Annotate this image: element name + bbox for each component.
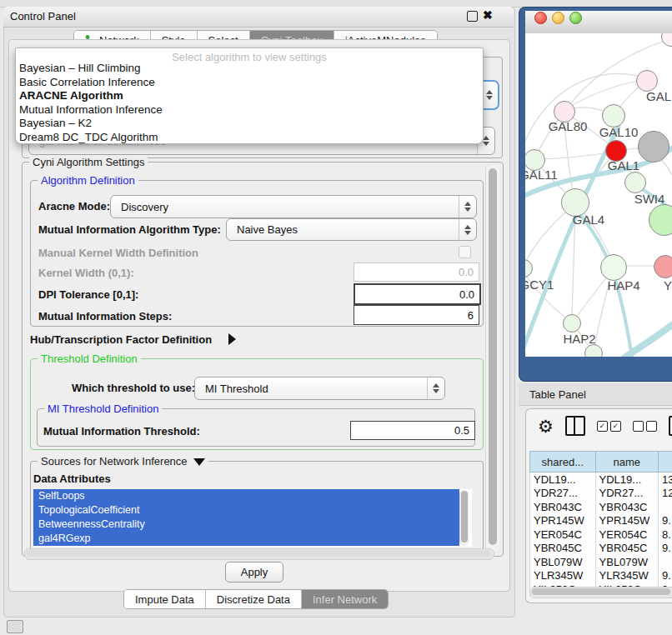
table-panel: ⚙ ✓✓ shared...nameYDL19...YDL19...13YDR2… [525,408,672,603]
dpi-tolerance-field[interactable]: 0.0 [354,283,481,305]
settings-scrollbar[interactable] [485,165,499,552]
attribute-gal4rgexp[interactable]: gal4RGexp [33,532,459,546]
dpi-tolerance-label: DPI Tolerance [0,1]: [38,288,138,301]
dropdown-placeholder: Select algorithm to view settings [16,48,483,62]
tab-impute-data[interactable]: Impute Data [124,590,206,608]
table-row[interactable]: YER054CYER054C8. [530,528,672,542]
mi-steps-label: Mutual Information Steps: [38,310,172,322]
node-hap2[interactable] [563,314,581,332]
sources-group-title: Sources for Network Inference [38,455,208,468]
mac-zoom-button[interactable] [569,12,582,24]
mi-steps-field[interactable]: 6 [354,305,479,325]
aracne-mode-label: Aracne Mode: [38,200,110,212]
node-unlabeled[interactable] [584,344,603,357]
select-all-checks-icon[interactable]: ✓✓ [597,421,621,432]
kernel-width-field[interactable]: 0.0 [354,262,479,282]
kernel-width-label: Kernel Width (0,1): [38,267,134,279]
node-label-swi4: SWI4 [634,192,665,206]
combobox-stepper-icon[interactable] [459,219,476,240]
app-root: Control Panel ✖ NetworkStyleSelectCyni T… [0,0,672,635]
network-canvas[interactable]: GALGAL80GAL10GAL1GAL11SWI4GAL4GCY1HAP4YH… [525,33,672,357]
node-label-y: Y [664,278,672,292]
dropdown-item-basic-correlation-inference[interactable]: Basic Correlation Inference [16,76,483,90]
manual-kernel-checkbox[interactable] [459,246,471,258]
threshold-definition-title: Threshold Definition [38,352,141,365]
node-label-gal11: GAL11 [525,168,558,182]
mac-close-button[interactable] [534,12,547,24]
algorithm-dropdown: Select algorithm to view settings Bayesi… [15,48,484,144]
node-label-gal80: GAL80 [549,119,588,133]
hub-section-label: Hub/Transcription Factor Definition [30,333,212,346]
table-header-row: shared...name [530,452,672,472]
node-label-gal10: GAL10 [599,125,639,139]
aracne-mode-combobox[interactable]: Discovery [110,195,477,218]
close-icon[interactable]: ✖ [483,8,493,22]
float-window-icon[interactable] [467,11,478,22]
node-label-gal4: GAL4 [573,212,604,227]
algorithm-definition-title: Algorithm Definition [38,174,138,187]
table-row[interactable]: YBL079WYBL079W [530,555,672,569]
node-gal10[interactable] [602,104,625,128]
table-panel-title: Table Panel [529,388,586,401]
table-row[interactable]: YDR27...YDR27...12 [530,487,672,501]
attribute-list: SelfLoopsTopologicalCoefficientBetweenne… [33,489,472,547]
data-attributes-label: Data Attributes [33,472,111,485]
mi-threshold-field[interactable]: 0.5 [350,421,475,440]
split-columns-icon[interactable] [565,416,585,436]
network-window-titlebar[interactable] [525,11,672,34]
tab-discretize-data[interactable]: Discretize Data [206,590,302,608]
collapse-down-icon[interactable] [193,458,205,466]
node-table: shared...nameYDL19...YDL19...13YDR27...Y… [529,451,672,597]
node-swi4[interactable] [624,172,646,193]
expand-right-icon[interactable] [228,333,236,345]
which-threshold-label: Which threshold to use: [72,382,195,394]
tab-infer-network[interactable]: Infer Network [302,590,388,608]
node-label-gal: GAL [646,89,671,103]
dropdown-item-mutual-information-inference[interactable]: Mutual Information Inference [16,103,483,118]
minimized-panel-icon[interactable] [7,620,23,633]
dropdown-item-bayesian-k2[interactable]: Bayesian – K2 [16,117,483,131]
table-row[interactable]: YPR145WYPR145W9. [530,514,672,528]
bottom-tabs: Impute DataDiscretize DataInfer Network [123,589,389,609]
apply-button[interactable]: Apply [225,562,283,582]
manual-kernel-label: Manual Kernel Width Definition [38,247,198,259]
column-header-shared[interactable]: shared... [530,452,596,472]
control-panel-titlebar [3,7,514,28]
table-row[interactable]: YLR345WYLR345W9. [530,569,672,583]
attribute-topologicalcoefficient[interactable]: TopologicalCoefficient [33,503,459,518]
mi-type-label: Mutual Information Algorithm Type: [38,223,221,236]
dropdown-item-dream8-dc-tdc-algorithm[interactable]: Dream8 DC_TDC Algorithm [16,131,483,145]
table-row[interactable]: YBR043CYBR043C [530,500,672,514]
combobox-stepper-icon[interactable] [427,378,444,399]
sources-hscrollbar[interactable] [24,548,494,560]
column-header-name[interactable]: name [595,452,658,472]
mi-type-combobox[interactable]: Naive Bayes [226,218,477,241]
which-threshold-combobox[interactable]: MI Threshold [194,377,445,400]
node-label-gal1: GAL1 [608,158,639,172]
mac-minimize-button[interactable] [552,12,564,24]
node-label-hap4: HAP4 [607,278,639,292]
attribute-list-scrollbar[interactable] [459,490,469,546]
node-hap4[interactable] [600,254,627,281]
attribute-betweennesscentrality[interactable]: BetweennessCentrality [33,518,459,532]
node-unlabeled[interactable] [638,131,669,162]
dropdown-item-aracne-algorithm[interactable]: ARACNE Algorithm [16,89,483,103]
gear-icon[interactable]: ⚙ [538,418,554,435]
table-row[interactable]: YBR045CYBR045C9. [530,542,672,556]
attribute-selfloops[interactable]: SelfLoops [33,489,459,503]
dropdown-item-bayesian-hill-climbing[interactable]: Bayesian – Hill Climbing [16,62,483,76]
mi-threshold-label: Mutual Information Threshold: [43,425,200,438]
mi-threshold-group-title: MI Threshold Definition [44,402,162,415]
new-table-icon[interactable] [669,416,672,436]
node-y[interactable] [654,255,672,278]
control-panel-title: Control Panel [10,10,76,22]
combobox-stepper-icon[interactable] [459,196,476,218]
table-row[interactable]: YDL19...YDL19...13 [530,472,672,487]
column-header-partial[interactable] [658,452,672,472]
table-hscrollbar[interactable] [529,587,672,598]
settings-group-title: Cyni Algorithm Settings [29,156,148,168]
node-label-gcy1: GCY1 [525,278,554,292]
deselect-all-checks-icon[interactable] [633,421,657,432]
